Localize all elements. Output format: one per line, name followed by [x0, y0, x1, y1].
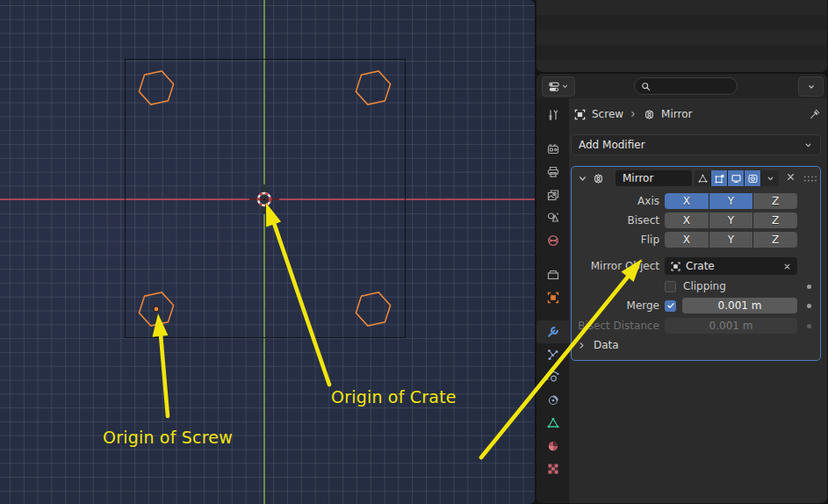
search-icon — [640, 81, 652, 92]
bisect-row: Bisect X Y Z — [572, 212, 820, 228]
material-icon — [546, 439, 560, 453]
chevron-down-icon — [766, 174, 775, 184]
object-icon — [670, 261, 681, 272]
expand-chevron-icon[interactable] — [577, 173, 588, 184]
tab-object-data[interactable] — [536, 412, 569, 435]
chevron-right-icon — [577, 341, 587, 350]
axis-y-button[interactable]: Y — [709, 193, 754, 209]
outliner-editor[interactable] — [536, 0, 827, 72]
object-properties-icon — [546, 291, 560, 305]
view-layer-icon — [546, 188, 560, 202]
flip-x-button[interactable]: X — [665, 232, 709, 248]
drag-handle-icon[interactable] — [803, 175, 817, 183]
flip-row: Flip X Y Z — [572, 232, 820, 248]
mirror-object-field[interactable]: Crate — [665, 257, 797, 275]
screw-hexagon-top-left[interactable] — [139, 71, 173, 104]
edit-mode-toggle[interactable] — [711, 170, 728, 186]
tab-texture[interactable] — [536, 457, 569, 480]
clear-object-icon[interactable] — [782, 262, 792, 271]
bisect-distance-row: Bisect Distance 0.001 m — [572, 318, 820, 334]
axis-z-button[interactable]: Z — [753, 193, 797, 209]
editor-type-button[interactable] — [542, 76, 575, 97]
clipping-checkbox[interactable] — [665, 281, 676, 292]
object-icon — [573, 108, 587, 121]
world-properties-icon — [546, 234, 560, 248]
merge-decorator-dot[interactable] — [807, 304, 811, 308]
flip-z-button[interactable]: Z — [753, 232, 797, 248]
flip-xyz-buttons: X Y Z — [665, 232, 797, 248]
properties-main: Screw Mirror — [569, 98, 827, 503]
mirror-object-label: Mirror Object — [572, 260, 659, 272]
data-subpanel-label: Data — [594, 339, 619, 351]
tab-render[interactable] — [536, 138, 569, 161]
merge-threshold-field[interactable]: 0.001 m — [682, 298, 797, 313]
chevron-down-icon — [803, 140, 813, 150]
properties-editor: Screw Mirror — [536, 74, 827, 503]
show-in-viewport-toggle[interactable] — [728, 170, 745, 186]
axis-xyz-buttons: X Y Z — [665, 193, 797, 209]
delete-modifier-button[interactable] — [785, 171, 796, 183]
tab-physics[interactable] — [536, 366, 569, 389]
tab-material[interactable] — [536, 435, 569, 457]
mirror-modifier-icon — [592, 172, 605, 185]
show-in-render-toggle[interactable] — [745, 170, 761, 186]
mirror-modifier-panel: Mirror — [571, 166, 821, 361]
filter-options-button[interactable] — [798, 76, 824, 97]
search-input[interactable] — [634, 77, 738, 95]
on-cage-toggle[interactable] — [695, 170, 711, 186]
bisect-distance-field: 0.001 m — [665, 318, 797, 334]
chevron-right-icon — [629, 110, 637, 119]
merge-label: Merge — [572, 299, 659, 312]
add-modifier-label: Add Modifier — [579, 139, 645, 151]
3d-cursor[interactable] — [249, 184, 279, 214]
axis-label: Axis — [572, 195, 659, 207]
tab-tool[interactable] — [536, 104, 569, 126]
properties-tab-column — [536, 98, 569, 503]
monitor-icon — [731, 173, 742, 184]
chevron-down-icon — [561, 83, 569, 90]
clipping-decorator-dot[interactable] — [807, 284, 811, 289]
screw-hexagon-bottom-right[interactable] — [356, 292, 390, 326]
flip-y-button[interactable]: Y — [709, 232, 754, 248]
triangle-vertices-icon — [697, 173, 709, 184]
tab-modifiers[interactable] — [536, 320, 569, 343]
origin-of-crate-label: Origin of Crate — [331, 387, 457, 407]
mesh-data-icon — [546, 416, 560, 430]
clipping-label: Clipping — [683, 280, 726, 292]
bisect-x-button[interactable]: X — [665, 212, 709, 228]
add-modifier-dropdown[interactable]: Add Modifier — [571, 134, 821, 155]
tab-output[interactable] — [536, 161, 569, 184]
properties-editor-icon — [548, 81, 560, 93]
chevron-down-icon — [807, 83, 816, 91]
tab-particles[interactable] — [536, 343, 569, 366]
clipping-row: Clipping — [572, 280, 820, 292]
3d-viewport[interactable] — [0, 0, 535, 504]
data-subpanel-header[interactable]: Data — [577, 339, 619, 351]
bisect-distance-decorator-dot — [807, 324, 811, 328]
bisect-y-button[interactable]: Y — [709, 212, 754, 228]
bisect-z-button[interactable]: Z — [753, 212, 797, 228]
axis-row: Axis X Y Z — [572, 193, 820, 209]
tab-collection[interactable] — [536, 263, 569, 286]
flip-label: Flip — [572, 234, 659, 246]
tab-view-layer[interactable] — [536, 184, 569, 206]
screw-hexagon-top-right[interactable] — [356, 71, 390, 104]
axis-x-button[interactable]: X — [665, 193, 709, 209]
scene-properties-icon — [546, 211, 560, 225]
pin-icon[interactable] — [809, 108, 821, 120]
tab-scene[interactable] — [536, 206, 569, 229]
tab-object[interactable] — [536, 286, 569, 309]
breadcrumb-object-name[interactable]: Screw — [592, 108, 623, 120]
breadcrumb-modifier-name[interactable]: Mirror — [661, 108, 692, 120]
tab-world[interactable] — [536, 229, 569, 252]
tab-constraints[interactable] — [536, 389, 569, 412]
output-properties-icon — [546, 165, 560, 179]
wrench-icon — [546, 325, 560, 339]
blender-window: Screw Mirror — [0, 0, 828, 504]
mirror-object-row: Mirror Object Crate — [572, 257, 820, 275]
modifier-name-field[interactable]: Mirror — [616, 170, 692, 186]
merge-checkbox[interactable] — [665, 300, 676, 312]
modifier-extras-dropdown[interactable] — [761, 170, 779, 186]
physics-icon — [546, 371, 560, 385]
bisect-label: Bisect — [572, 214, 659, 227]
